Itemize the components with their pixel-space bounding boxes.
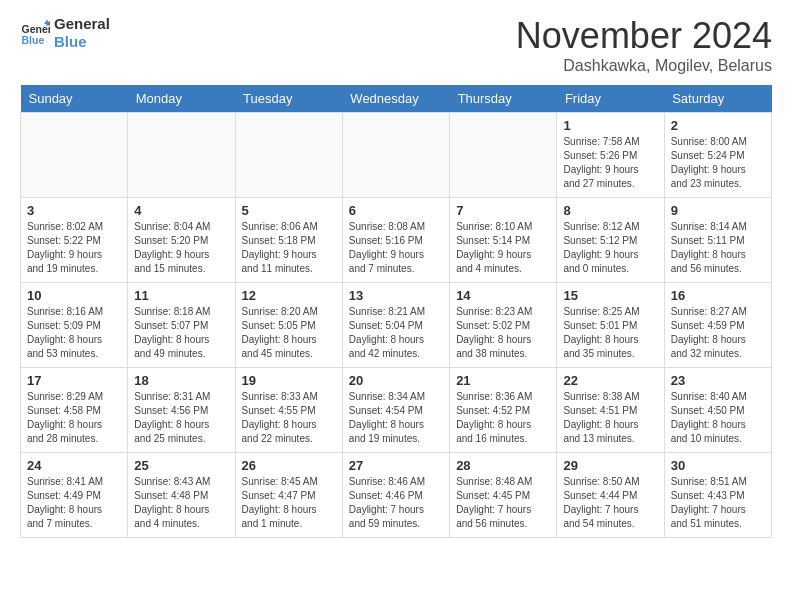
calendar-cell: 15Sunrise: 8:25 AM Sunset: 5:01 PM Dayli… bbox=[557, 283, 664, 368]
day-number: 3 bbox=[27, 203, 121, 218]
day-info: Sunrise: 8:41 AM Sunset: 4:49 PM Dayligh… bbox=[27, 475, 121, 531]
logo: General Blue General Blue bbox=[20, 15, 110, 51]
week-row-3: 17Sunrise: 8:29 AM Sunset: 4:58 PM Dayli… bbox=[21, 368, 772, 453]
weekday-header-thursday: Thursday bbox=[450, 85, 557, 113]
day-info: Sunrise: 8:10 AM Sunset: 5:14 PM Dayligh… bbox=[456, 220, 550, 276]
calendar-cell: 10Sunrise: 8:16 AM Sunset: 5:09 PM Dayli… bbox=[21, 283, 128, 368]
day-number: 21 bbox=[456, 373, 550, 388]
day-number: 7 bbox=[456, 203, 550, 218]
day-info: Sunrise: 8:04 AM Sunset: 5:20 PM Dayligh… bbox=[134, 220, 228, 276]
calendar-cell: 7Sunrise: 8:10 AM Sunset: 5:14 PM Daylig… bbox=[450, 198, 557, 283]
day-info: Sunrise: 7:58 AM Sunset: 5:26 PM Dayligh… bbox=[563, 135, 657, 191]
week-row-2: 10Sunrise: 8:16 AM Sunset: 5:09 PM Dayli… bbox=[21, 283, 772, 368]
day-number: 2 bbox=[671, 118, 765, 133]
svg-text:Blue: Blue bbox=[22, 34, 45, 46]
weekday-header-monday: Monday bbox=[128, 85, 235, 113]
day-info: Sunrise: 8:43 AM Sunset: 4:48 PM Dayligh… bbox=[134, 475, 228, 531]
day-number: 12 bbox=[242, 288, 336, 303]
day-info: Sunrise: 8:50 AM Sunset: 4:44 PM Dayligh… bbox=[563, 475, 657, 531]
location: Dashkawka, Mogilev, Belarus bbox=[516, 57, 772, 75]
calendar-cell: 11Sunrise: 8:18 AM Sunset: 5:07 PM Dayli… bbox=[128, 283, 235, 368]
week-row-4: 24Sunrise: 8:41 AM Sunset: 4:49 PM Dayli… bbox=[21, 453, 772, 538]
day-info: Sunrise: 8:23 AM Sunset: 5:02 PM Dayligh… bbox=[456, 305, 550, 361]
day-number: 1 bbox=[563, 118, 657, 133]
day-number: 20 bbox=[349, 373, 443, 388]
day-number: 29 bbox=[563, 458, 657, 473]
calendar-cell: 14Sunrise: 8:23 AM Sunset: 5:02 PM Dayli… bbox=[450, 283, 557, 368]
day-number: 25 bbox=[134, 458, 228, 473]
day-info: Sunrise: 8:48 AM Sunset: 4:45 PM Dayligh… bbox=[456, 475, 550, 531]
logo-text-general: General bbox=[54, 15, 110, 33]
day-info: Sunrise: 8:29 AM Sunset: 4:58 PM Dayligh… bbox=[27, 390, 121, 446]
day-number: 9 bbox=[671, 203, 765, 218]
day-info: Sunrise: 8:31 AM Sunset: 4:56 PM Dayligh… bbox=[134, 390, 228, 446]
day-info: Sunrise: 8:25 AM Sunset: 5:01 PM Dayligh… bbox=[563, 305, 657, 361]
logo-text-blue: Blue bbox=[54, 33, 110, 51]
day-number: 10 bbox=[27, 288, 121, 303]
calendar-cell: 25Sunrise: 8:43 AM Sunset: 4:48 PM Dayli… bbox=[128, 453, 235, 538]
calendar-cell: 3Sunrise: 8:02 AM Sunset: 5:22 PM Daylig… bbox=[21, 198, 128, 283]
weekday-header-tuesday: Tuesday bbox=[235, 85, 342, 113]
day-number: 13 bbox=[349, 288, 443, 303]
day-number: 14 bbox=[456, 288, 550, 303]
calendar-cell bbox=[450, 113, 557, 198]
day-info: Sunrise: 8:08 AM Sunset: 5:16 PM Dayligh… bbox=[349, 220, 443, 276]
calendar-table: SundayMondayTuesdayWednesdayThursdayFrid… bbox=[20, 85, 772, 538]
day-number: 6 bbox=[349, 203, 443, 218]
day-info: Sunrise: 8:27 AM Sunset: 4:59 PM Dayligh… bbox=[671, 305, 765, 361]
calendar-cell: 1Sunrise: 7:58 AM Sunset: 5:26 PM Daylig… bbox=[557, 113, 664, 198]
calendar-cell bbox=[21, 113, 128, 198]
day-info: Sunrise: 8:16 AM Sunset: 5:09 PM Dayligh… bbox=[27, 305, 121, 361]
day-info: Sunrise: 8:12 AM Sunset: 5:12 PM Dayligh… bbox=[563, 220, 657, 276]
calendar-cell: 9Sunrise: 8:14 AM Sunset: 5:11 PM Daylig… bbox=[664, 198, 771, 283]
page-container: General Blue General Blue November 2024 … bbox=[0, 0, 792, 553]
day-number: 11 bbox=[134, 288, 228, 303]
day-info: Sunrise: 8:46 AM Sunset: 4:46 PM Dayligh… bbox=[349, 475, 443, 531]
calendar-cell: 24Sunrise: 8:41 AM Sunset: 4:49 PM Dayli… bbox=[21, 453, 128, 538]
day-info: Sunrise: 8:45 AM Sunset: 4:47 PM Dayligh… bbox=[242, 475, 336, 531]
day-number: 8 bbox=[563, 203, 657, 218]
title-block: November 2024 Dashkawka, Mogilev, Belaru… bbox=[516, 15, 772, 75]
calendar-cell: 28Sunrise: 8:48 AM Sunset: 4:45 PM Dayli… bbox=[450, 453, 557, 538]
day-info: Sunrise: 8:14 AM Sunset: 5:11 PM Dayligh… bbox=[671, 220, 765, 276]
calendar-cell: 18Sunrise: 8:31 AM Sunset: 4:56 PM Dayli… bbox=[128, 368, 235, 453]
calendar-cell: 17Sunrise: 8:29 AM Sunset: 4:58 PM Dayli… bbox=[21, 368, 128, 453]
day-number: 4 bbox=[134, 203, 228, 218]
day-info: Sunrise: 8:21 AM Sunset: 5:04 PM Dayligh… bbox=[349, 305, 443, 361]
day-number: 30 bbox=[671, 458, 765, 473]
calendar-cell: 4Sunrise: 8:04 AM Sunset: 5:20 PM Daylig… bbox=[128, 198, 235, 283]
calendar-cell: 13Sunrise: 8:21 AM Sunset: 5:04 PM Dayli… bbox=[342, 283, 449, 368]
day-number: 19 bbox=[242, 373, 336, 388]
day-number: 26 bbox=[242, 458, 336, 473]
calendar-cell: 30Sunrise: 8:51 AM Sunset: 4:43 PM Dayli… bbox=[664, 453, 771, 538]
day-info: Sunrise: 8:36 AM Sunset: 4:52 PM Dayligh… bbox=[456, 390, 550, 446]
calendar-cell: 8Sunrise: 8:12 AM Sunset: 5:12 PM Daylig… bbox=[557, 198, 664, 283]
day-info: Sunrise: 8:34 AM Sunset: 4:54 PM Dayligh… bbox=[349, 390, 443, 446]
day-number: 22 bbox=[563, 373, 657, 388]
calendar-cell: 5Sunrise: 8:06 AM Sunset: 5:18 PM Daylig… bbox=[235, 198, 342, 283]
day-number: 24 bbox=[27, 458, 121, 473]
weekday-header-row: SundayMondayTuesdayWednesdayThursdayFrid… bbox=[21, 85, 772, 113]
logo-icon: General Blue bbox=[20, 18, 50, 48]
calendar-cell bbox=[342, 113, 449, 198]
day-info: Sunrise: 8:06 AM Sunset: 5:18 PM Dayligh… bbox=[242, 220, 336, 276]
calendar-cell: 26Sunrise: 8:45 AM Sunset: 4:47 PM Dayli… bbox=[235, 453, 342, 538]
calendar-cell: 6Sunrise: 8:08 AM Sunset: 5:16 PM Daylig… bbox=[342, 198, 449, 283]
calendar-cell: 20Sunrise: 8:34 AM Sunset: 4:54 PM Dayli… bbox=[342, 368, 449, 453]
day-number: 23 bbox=[671, 373, 765, 388]
weekday-header-wednesday: Wednesday bbox=[342, 85, 449, 113]
weekday-header-sunday: Sunday bbox=[21, 85, 128, 113]
weekday-header-saturday: Saturday bbox=[664, 85, 771, 113]
day-info: Sunrise: 8:02 AM Sunset: 5:22 PM Dayligh… bbox=[27, 220, 121, 276]
calendar-cell bbox=[128, 113, 235, 198]
day-number: 5 bbox=[242, 203, 336, 218]
day-number: 15 bbox=[563, 288, 657, 303]
calendar-cell: 22Sunrise: 8:38 AM Sunset: 4:51 PM Dayli… bbox=[557, 368, 664, 453]
day-info: Sunrise: 8:33 AM Sunset: 4:55 PM Dayligh… bbox=[242, 390, 336, 446]
calendar-cell: 16Sunrise: 8:27 AM Sunset: 4:59 PM Dayli… bbox=[664, 283, 771, 368]
calendar-cell: 19Sunrise: 8:33 AM Sunset: 4:55 PM Dayli… bbox=[235, 368, 342, 453]
week-row-0: 1Sunrise: 7:58 AM Sunset: 5:26 PM Daylig… bbox=[21, 113, 772, 198]
calendar-cell: 12Sunrise: 8:20 AM Sunset: 5:05 PM Dayli… bbox=[235, 283, 342, 368]
day-number: 18 bbox=[134, 373, 228, 388]
day-info: Sunrise: 8:38 AM Sunset: 4:51 PM Dayligh… bbox=[563, 390, 657, 446]
